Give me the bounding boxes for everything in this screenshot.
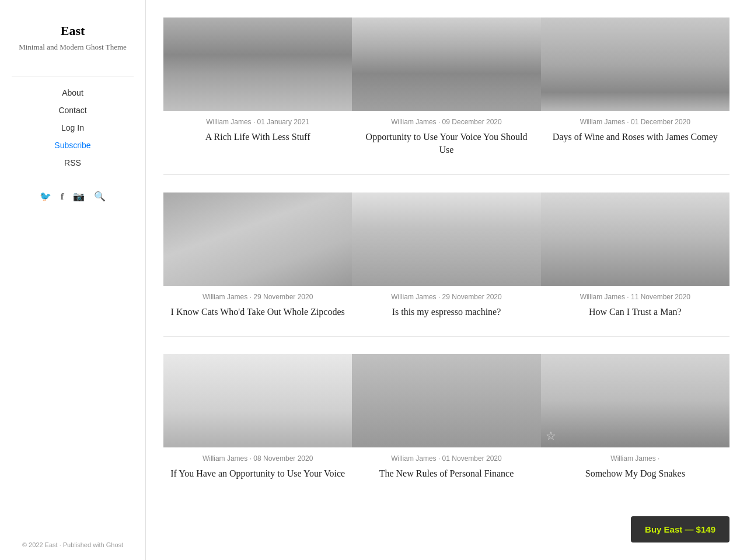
twitter-icon[interactable]: 🐦 xyxy=(40,191,51,202)
article-card[interactable]: William James · 29 November 2020I Know C… xyxy=(163,174,352,336)
article-title: If You Have an Opportunity to Use Your V… xyxy=(163,467,352,480)
article-image xyxy=(352,354,540,447)
article-image xyxy=(352,192,540,286)
article-title: Is this my espresso machine? xyxy=(352,306,540,318)
nav-rss[interactable]: RSS xyxy=(64,158,81,167)
search-icon[interactable]: 🔍 xyxy=(94,191,106,202)
facebook-icon[interactable]: 𝐟 xyxy=(61,191,64,202)
nav-contact[interactable]: Contact xyxy=(58,106,86,115)
article-meta: William James · 01 November 2020 xyxy=(352,454,540,463)
nav-about[interactable]: About xyxy=(62,88,83,97)
site-tagline: Minimal and Modern Ghost Theme xyxy=(19,42,127,52)
article-meta: William James · 01 December 2020 xyxy=(541,118,729,126)
nav-subscribe[interactable]: Subscribe xyxy=(54,141,90,150)
main-content: William James · 01 January 2021A Rich Li… xyxy=(146,0,747,560)
article-meta: William James · xyxy=(541,454,729,463)
article-meta: William James · 11 November 2020 xyxy=(541,293,729,301)
sidebar-divider xyxy=(12,76,134,76)
article-image xyxy=(163,18,352,111)
article-meta: William James · 08 November 2020 xyxy=(163,454,352,463)
sidebar: East Minimal and Modern Ghost Theme Abou… xyxy=(0,0,146,560)
article-title: How Can I Trust a Man? xyxy=(541,306,729,318)
article-title: I Know Cats Who'd Take Out Whole Zipcode… xyxy=(163,306,352,318)
article-card[interactable]: William James · 08 November 2020If You H… xyxy=(163,336,352,498)
article-image xyxy=(163,354,352,447)
article-title: The New Rules of Personal Finance xyxy=(352,467,540,480)
logo-area: East Minimal and Modern Ghost Theme xyxy=(19,23,127,52)
article-title: Days of Wine and Roses with James Comey xyxy=(541,131,729,144)
article-card[interactable]: William James · 29 November 2020Is this … xyxy=(352,174,540,336)
article-meta: William James · 29 November 2020 xyxy=(352,293,540,301)
article-meta: William James · 09 December 2020 xyxy=(352,118,540,126)
article-image xyxy=(541,18,729,111)
sidebar-footer: © 2022 East · Published with Ghost xyxy=(22,541,123,548)
article-card[interactable]: William James · 01 November 2020The New … xyxy=(352,336,540,498)
article-card[interactable]: William James · 01 January 2021A Rich Li… xyxy=(163,18,352,174)
sidebar-nav: About Contact Log In Subscribe RSS xyxy=(12,88,134,167)
site-title: East xyxy=(19,23,127,38)
article-card[interactable]: William James · 01 December 2020Days of … xyxy=(541,18,729,174)
article-title: Somehow My Dog Snakes xyxy=(541,467,729,480)
star-icon: ☆ xyxy=(546,429,556,443)
article-image xyxy=(541,192,729,286)
article-card[interactable]: William James · 09 December 2020Opportun… xyxy=(352,18,540,174)
articles-grid: William James · 01 January 2021A Rich Li… xyxy=(163,18,729,498)
article-title: Opportunity to Use Your Voice You Should… xyxy=(352,131,540,157)
article-meta: William James · 29 November 2020 xyxy=(163,293,352,301)
instagram-icon[interactable]: 📷 xyxy=(73,191,85,202)
article-image: ☆ xyxy=(541,354,729,447)
article-card[interactable]: ☆William James · Somehow My Dog Snakes xyxy=(541,336,729,498)
article-card[interactable]: William James · 11 November 2020How Can … xyxy=(541,174,729,336)
article-meta: William James · 01 January 2021 xyxy=(163,118,352,126)
article-image xyxy=(352,18,540,111)
buy-button[interactable]: Buy East — $149 xyxy=(631,516,729,542)
article-title: A Rich Life With Less Stuff xyxy=(163,131,352,144)
nav-login[interactable]: Log In xyxy=(61,123,84,132)
sidebar-social: 🐦 𝐟 📷 🔍 xyxy=(40,191,106,202)
article-image xyxy=(163,192,352,286)
